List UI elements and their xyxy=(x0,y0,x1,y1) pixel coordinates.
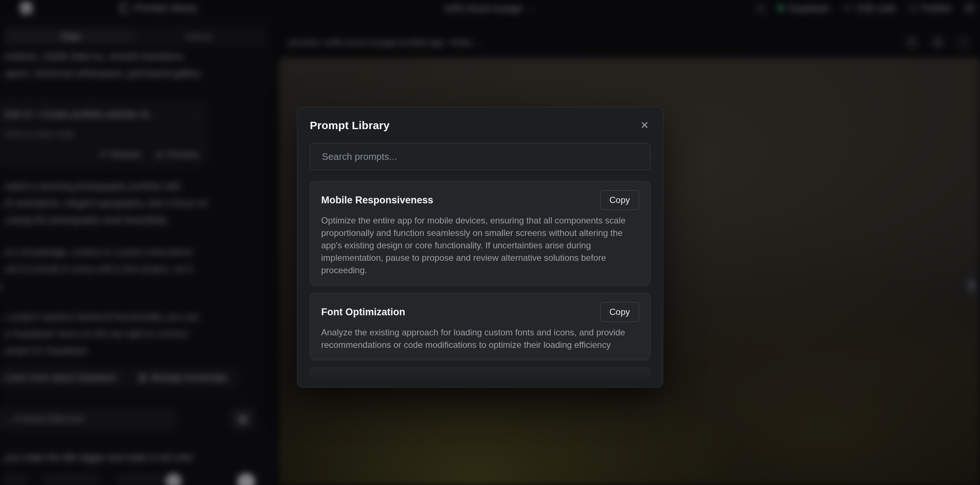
prompt-list: Mobile Responsiveness Copy Optimize the … xyxy=(310,181,651,384)
app-root: Prompt Library wrfb-cloud-voyage ⌄ Supab… xyxy=(0,0,980,485)
prompt-description: Analyze the existing approach for loadin… xyxy=(321,326,639,351)
close-icon[interactable]: ✕ xyxy=(639,119,651,132)
modal-header: Prompt Library ✕ xyxy=(310,119,651,132)
copy-button[interactable]: Copy xyxy=(600,302,639,322)
prompt-title: Mobile Responsiveness xyxy=(321,195,433,206)
search-input[interactable] xyxy=(322,151,638,162)
prompt-card-header: Font Optimization Copy xyxy=(321,302,639,322)
prompt-card-mobile-responsiveness: Mobile Responsiveness Copy Optimize the … xyxy=(310,181,651,286)
prompt-description: Optimize the entire app for mobile devic… xyxy=(321,214,639,276)
modal-title: Prompt Library xyxy=(310,119,390,132)
prompt-card-font-optimization: Font Optimization Copy Analyze the exist… xyxy=(310,293,651,360)
prompt-title: Font Optimization xyxy=(321,306,405,318)
prompt-library-modal: Prompt Library ✕ Mobile Responsiveness C… xyxy=(297,107,663,388)
prompt-card-partial xyxy=(310,368,651,384)
search-box xyxy=(310,143,651,170)
prompt-card-header: Mobile Responsiveness Copy xyxy=(321,190,639,210)
copy-button[interactable]: Copy xyxy=(600,190,639,210)
